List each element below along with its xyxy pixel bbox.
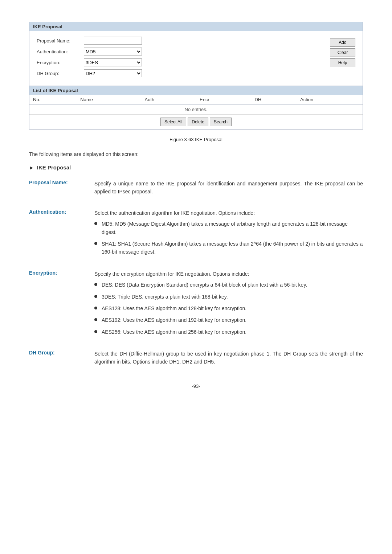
bullet-list: DES: DES (Data Encryption Standard) encr…	[94, 281, 363, 336]
ike-proposal-table: No. Name Auth Encr DH Action No entries.	[29, 95, 363, 114]
delete-button[interactable]: Delete	[188, 118, 208, 126]
proposal-box-header: IKE Proposal	[29, 22, 363, 31]
list-item: AES256: Uses the AES algorithm and 256-b…	[94, 328, 363, 336]
table-header-row: No. Name Auth Encr DH Action	[29, 95, 363, 104]
dh-group-select[interactable]: DH1 DH2 DH5	[84, 69, 142, 77]
encryption-label: Encryption:	[37, 60, 84, 65]
dh-group-label: DH Group:	[37, 71, 84, 76]
bullet-text: DES: DES (Data Encryption Standard) encr…	[102, 281, 307, 289]
bullet-dot-icon	[94, 222, 97, 225]
ike-proposal-box: IKE Proposal Proposal Name: Authenticati…	[29, 22, 363, 130]
proposal-name-label: Proposal Name:	[37, 38, 84, 44]
definitions-container: Proposal Name:Specify a unique name to t…	[29, 180, 363, 369]
def-desc-2: Specify the encryption algorithm for IKE…	[94, 270, 363, 340]
col-no: No.	[29, 95, 77, 104]
def-paragraph: Specify a unique name to the IKE proposa…	[94, 180, 363, 196]
authentication-row: Authentication: MD5 SHA1	[37, 48, 319, 56]
action-buttons: Add Clear Help	[330, 37, 355, 80]
def-desc-0: Specify a unique name to the IKE proposa…	[94, 180, 363, 199]
no-entries-text: No entries.	[29, 104, 363, 115]
def-paragraph: Select the DH (Diffie-Hellman) group to …	[94, 350, 363, 366]
def-desc-3: Select the DH (Diffie-Hellman) group to …	[94, 350, 363, 369]
bullet-dot-icon	[94, 283, 97, 286]
bullet-text: AES128: Uses the AES algorithm and 128-b…	[102, 304, 246, 312]
col-action: Action	[297, 95, 363, 104]
form-section: Proposal Name: Authentication: MD5 SHA1 …	[37, 37, 319, 80]
bullet-text: AES256: Uses the AES algorithm and 256-b…	[102, 328, 246, 336]
def-paragraph: Specify the encryption algorithm for IKE…	[94, 270, 363, 278]
list-section: List of IKE Proposal No. Name Auth Encr …	[29, 86, 363, 129]
encryption-row: Encryption: DES 3DES AES128 AES192 AES25…	[37, 58, 319, 66]
col-encr: Encr	[196, 95, 251, 104]
page-number: -93-	[29, 383, 363, 389]
list-item: DES: DES (Data Encryption Standard) encr…	[94, 281, 363, 289]
def-term-2: Encryption:	[29, 270, 94, 340]
col-dh: DH	[251, 95, 297, 104]
col-auth: Auth	[141, 95, 196, 104]
bullet-dot-icon	[94, 307, 97, 309]
def-term-3: DH Group:	[29, 350, 94, 369]
bullet-dot-icon	[94, 295, 97, 298]
section-header: ► IKE Proposal	[29, 164, 363, 171]
bullet-dot-icon	[94, 318, 97, 321]
list-item: AES128: Uses the AES algorithm and 128-b…	[94, 304, 363, 312]
figure-caption: Figure 3-63 IKE Proposal	[29, 137, 363, 142]
help-button[interactable]: Help	[330, 58, 355, 67]
encryption-select[interactable]: DES 3DES AES128 AES192 AES256	[84, 58, 142, 66]
authentication-label: Authentication:	[37, 49, 84, 54]
bullet-text: MD5: MD5 (Message Digest Algorithm) take…	[102, 220, 363, 236]
bullet-dot-icon	[94, 242, 97, 245]
def-desc-1: Select the authentication algorithm for …	[94, 209, 363, 260]
bullet-text: 3DES: Triple DES, encrypts a plain text …	[102, 293, 228, 301]
list-item: AES192: Uses the AES algorithm and 192-b…	[94, 316, 363, 324]
def-term-1: Authentication:	[29, 209, 94, 260]
bullet-text: AES192: Uses the AES algorithm and 192-b…	[102, 316, 246, 324]
list-item: 3DES: Triple DES, encrypts a plain text …	[94, 293, 363, 301]
definition-item-1: Authentication:Select the authentication…	[29, 209, 363, 260]
definition-item-2: Encryption:Specify the encryption algori…	[29, 270, 363, 340]
list-actions: Select All Delete Search	[29, 114, 363, 129]
clear-button[interactable]: Clear	[330, 48, 355, 57]
list-header: List of IKE Proposal	[29, 86, 363, 95]
description-intro: The following items are displayed on thi…	[29, 151, 363, 157]
list-item: SHA1: SHA1 (Secure Hash Algorithm) takes…	[94, 240, 363, 256]
proposal-name-input[interactable]	[84, 37, 142, 45]
bullet-list: MD5: MD5 (Message Digest Algorithm) take…	[94, 220, 363, 256]
definition-item-3: DH Group:Select the DH (Diffie-Hellman) …	[29, 350, 363, 369]
list-item: MD5: MD5 (Message Digest Algorithm) take…	[94, 220, 363, 236]
section-arrow-icon: ►	[29, 165, 34, 171]
search-button[interactable]: Search	[210, 118, 232, 126]
add-button[interactable]: Add	[330, 38, 355, 47]
no-entries-row: No entries.	[29, 104, 363, 115]
authentication-select[interactable]: MD5 SHA1	[84, 48, 142, 56]
def-term-0: Proposal Name:	[29, 180, 94, 199]
bullet-dot-icon	[94, 330, 97, 333]
bullet-text: SHA1: SHA1 (Secure Hash Algorithm) takes…	[102, 240, 363, 256]
col-name: Name	[77, 95, 141, 104]
select-all-button[interactable]: Select All	[160, 118, 186, 126]
proposal-box-body: Proposal Name: Authentication: MD5 SHA1 …	[29, 31, 363, 86]
definition-item-0: Proposal Name:Specify a unique name to t…	[29, 180, 363, 199]
def-paragraph: Select the authentication algorithm for …	[94, 209, 363, 217]
section-title: IKE Proposal	[37, 164, 71, 171]
proposal-name-row: Proposal Name:	[37, 37, 319, 45]
dh-group-row: DH Group: DH1 DH2 DH5	[37, 69, 319, 77]
